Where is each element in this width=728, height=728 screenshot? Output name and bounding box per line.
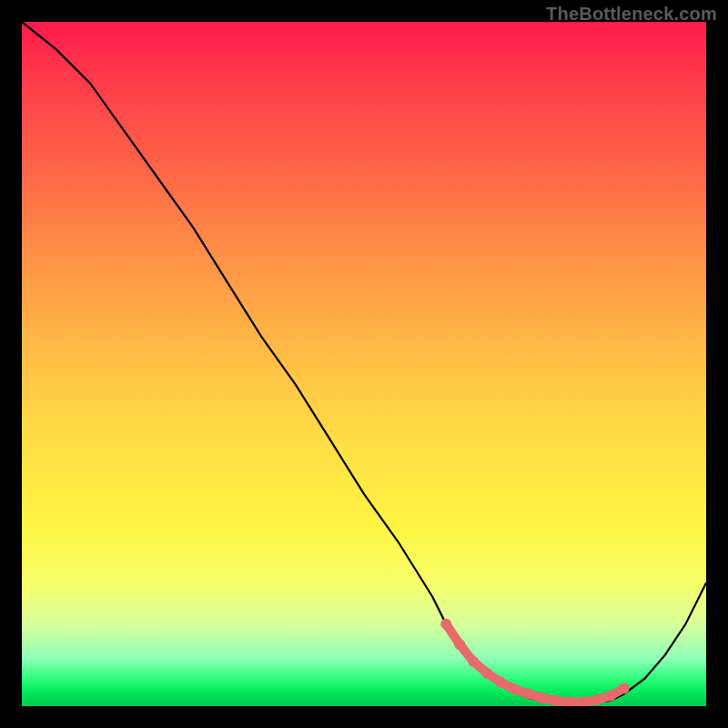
highlight-dot xyxy=(454,639,465,650)
highlight-dot xyxy=(440,619,451,630)
highlight-dot xyxy=(495,677,506,688)
highlight-dot xyxy=(605,691,616,702)
chart-frame: TheBottleneck.com xyxy=(0,0,728,728)
curve-line xyxy=(22,22,706,703)
highlight-dot xyxy=(509,683,520,694)
highlight-dot xyxy=(619,682,630,693)
highlight-dot xyxy=(551,695,561,706)
bottleneck-curve xyxy=(22,22,706,703)
highlight-dot xyxy=(523,689,534,700)
highlight-dot xyxy=(537,693,548,703)
highlight-dot xyxy=(481,668,492,679)
optimal-range-dots xyxy=(440,619,630,706)
highlight-dot xyxy=(592,694,602,705)
attribution-label: TheBottleneck.com xyxy=(546,4,717,25)
plot-area xyxy=(22,22,706,706)
curve-layer xyxy=(22,22,706,706)
highlight-dot xyxy=(468,656,479,667)
